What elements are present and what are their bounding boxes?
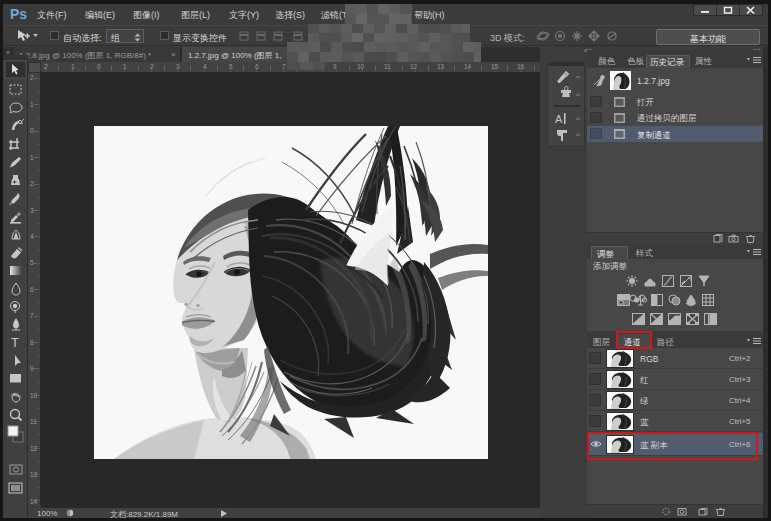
- svg-text:T: T: [11, 335, 19, 350]
- svg-text:A: A: [555, 113, 563, 125]
